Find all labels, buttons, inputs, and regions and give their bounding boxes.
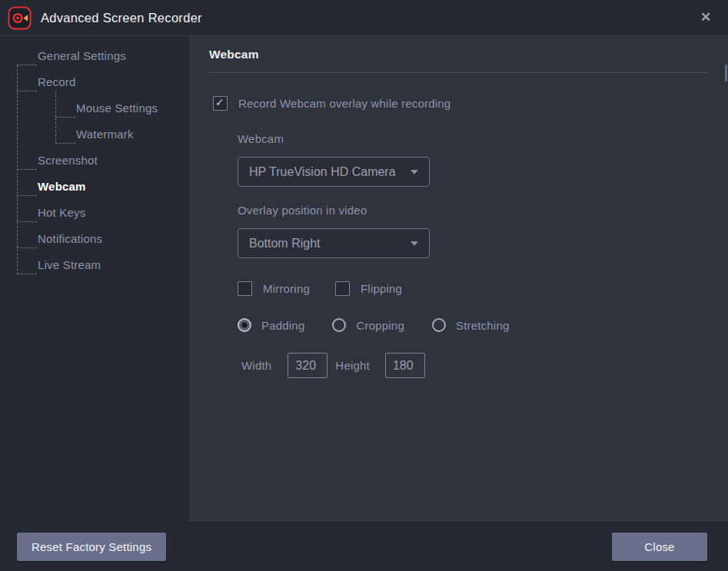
- sidebar-item-notifications[interactable]: Notifications: [0, 226, 190, 252]
- sidebar-item-hot-keys[interactable]: Hot Keys: [0, 200, 190, 226]
- mirroring-label: Mirroring: [263, 282, 310, 295]
- scale-mode-row: Padding Cropping Stretching: [238, 318, 708, 332]
- webcam-device-dropdown[interactable]: HP TrueVision HD Camera: [238, 157, 430, 187]
- tree-dash: [55, 143, 75, 144]
- sidebar-item-live-stream[interactable]: Live Stream: [0, 252, 190, 278]
- record-overlay-row: ✓ Record Webcam overlay while recording: [213, 96, 708, 111]
- overlay-position-value: Bottom Right: [249, 237, 404, 251]
- settings-nav-sidebar: General Settings Record Mouse Settings W…: [0, 36, 191, 522]
- tree-dash: [17, 195, 37, 196]
- sidebar-item-webcam[interactable]: Webcam: [0, 174, 190, 200]
- tree-dash: [17, 247, 37, 248]
- heading-divider: [209, 72, 708, 73]
- close-button[interactable]: Close: [612, 533, 707, 561]
- cropping-label: Cropping: [356, 319, 404, 332]
- flipping-checkbox[interactable]: ✓: [335, 281, 350, 296]
- cropping-radio[interactable]: [332, 318, 346, 332]
- sidebar-item-label: Mouse Settings: [76, 95, 158, 121]
- window-close-icon[interactable]: ✕: [696, 8, 716, 28]
- chevron-down-icon: [411, 241, 418, 246]
- stretching-label: Stretching: [456, 319, 510, 332]
- height-label: Height: [335, 359, 370, 372]
- sidebar-item-label: Hot Keys: [38, 200, 85, 226]
- sidebar-item-watermark[interactable]: Watermark: [0, 121, 190, 148]
- sidebar-item-label: Watermark: [76, 121, 134, 148]
- window-title: Advanced Screen Recorder: [41, 11, 202, 25]
- sidebar-item-label: Webcam: [38, 174, 86, 200]
- flipping-label: Flipping: [361, 282, 402, 295]
- scrollbar-thumb[interactable]: [725, 65, 727, 81]
- sidebar-item-label: General Settings: [38, 43, 126, 69]
- sidebar-item-general-settings[interactable]: General Settings: [0, 43, 190, 69]
- cropping-option: Cropping: [332, 318, 404, 332]
- flip-mirror-row: ✓ Mirroring ✓ Flipping: [238, 281, 708, 296]
- stretching-radio[interactable]: [432, 318, 446, 332]
- padding-label: Padding: [261, 319, 304, 332]
- app-logo-icon: [8, 6, 32, 30]
- checkmark-icon: ✓: [215, 96, 224, 109]
- sidebar-item-screenshot[interactable]: Screenshot: [0, 148, 190, 174]
- page-title: Webcam: [209, 36, 708, 61]
- webcam-device-value: HP TrueVision HD Camera: [249, 165, 404, 179]
- width-input[interactable]: [288, 353, 327, 378]
- overlay-size-row: Width Height: [241, 353, 708, 378]
- overlay-position-dropdown[interactable]: Bottom Right: [238, 228, 430, 258]
- tree-dash: [17, 274, 37, 274]
- record-overlay-checkbox[interactable]: ✓: [213, 96, 228, 111]
- tree-dash: [17, 65, 37, 65]
- chevron-down-icon: [411, 170, 418, 174]
- sidebar-item-label: Screenshot: [38, 148, 98, 174]
- padding-option: Padding: [238, 318, 304, 332]
- footer-bar: Reset Factory Settings Close: [0, 522, 728, 571]
- app-window: Advanced Screen Recorder ✕ General Setti…: [0, 0, 728, 571]
- sidebar-item-record[interactable]: Record: [0, 69, 190, 95]
- tree-dash: [17, 91, 37, 91]
- mirroring-checkbox[interactable]: ✓: [238, 281, 252, 296]
- webcam-device-label: Webcam: [238, 132, 708, 145]
- height-input[interactable]: [385, 353, 425, 378]
- titlebar: Advanced Screen Recorder ✕: [0, 0, 728, 36]
- tree-dash: [17, 169, 37, 170]
- record-overlay-label: Record Webcam overlay while recording: [238, 97, 450, 110]
- mirroring-option: ✓ Mirroring: [238, 281, 310, 296]
- webcam-options-form: Webcam HP TrueVision HD Camera Overlay p…: [238, 132, 708, 378]
- flipping-option: ✓ Flipping: [335, 281, 402, 296]
- sidebar-item-mouse-settings[interactable]: Mouse Settings: [0, 95, 190, 121]
- sidebar-item-label: Live Stream: [38, 252, 101, 278]
- stretching-option: Stretching: [432, 318, 510, 332]
- tree-dash: [17, 221, 37, 222]
- reset-factory-settings-button[interactable]: Reset Factory Settings: [17, 533, 166, 561]
- padding-radio[interactable]: [238, 318, 251, 332]
- webcam-settings-panel: Webcam ✓ Record Webcam overlay while rec…: [191, 36, 728, 522]
- sidebar-item-label: Record: [38, 69, 76, 95]
- main-area: General Settings Record Mouse Settings W…: [0, 36, 728, 522]
- width-label: Width: [241, 359, 271, 372]
- overlay-position-label: Overlay position in video: [238, 204, 708, 217]
- sidebar-item-label: Notifications: [38, 226, 102, 252]
- tree-dash: [55, 117, 75, 118]
